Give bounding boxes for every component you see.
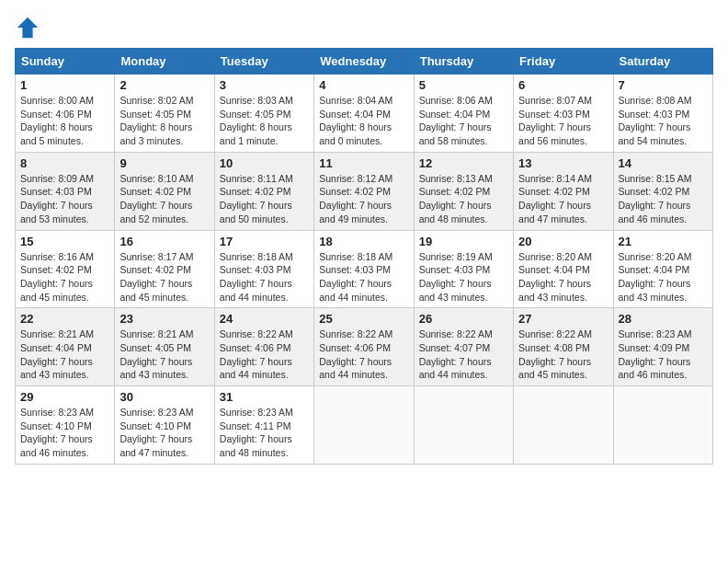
calendar-cell: 26Sunrise: 8:22 AMSunset: 4:07 PMDayligh… — [414, 308, 513, 386]
day-info: Sunrise: 8:20 AMSunset: 4:04 PMDaylight:… — [619, 250, 708, 304]
calendar-cell: 18Sunrise: 8:18 AMSunset: 4:03 PMDayligh… — [314, 230, 414, 308]
day-number: 13 — [518, 156, 608, 170]
day-info: Sunrise: 8:07 AMSunset: 4:03 PMDaylight:… — [518, 94, 608, 148]
calendar-cell: 25Sunrise: 8:22 AMSunset: 4:06 PMDayligh… — [314, 308, 414, 386]
day-number: 4 — [319, 78, 408, 92]
week-row-3: 15Sunrise: 8:16 AMSunset: 4:02 PMDayligh… — [16, 230, 713, 308]
day-info: Sunrise: 8:20 AMSunset: 4:04 PMDaylight:… — [518, 250, 608, 304]
calendar-cell: 10Sunrise: 8:11 AMSunset: 4:02 PMDayligh… — [214, 152, 313, 230]
calendar-cell: 9Sunrise: 8:10 AMSunset: 4:02 PMDaylight… — [115, 152, 214, 230]
day-number: 18 — [319, 235, 408, 248]
day-number: 1 — [20, 78, 109, 92]
day-number: 11 — [319, 156, 408, 170]
day-number: 23 — [119, 312, 209, 326]
day-info: Sunrise: 8:06 AMSunset: 4:04 PMDaylight:… — [419, 94, 508, 148]
logo-icon — [15, 15, 40, 40]
day-info: Sunrise: 8:15 AMSunset: 4:02 PMDaylight:… — [619, 172, 708, 226]
day-number: 27 — [518, 312, 608, 326]
calendar-cell: 13Sunrise: 8:14 AMSunset: 4:02 PMDayligh… — [514, 152, 613, 230]
day-number: 14 — [619, 156, 708, 170]
calendar-cell: 8Sunrise: 8:09 AMSunset: 4:03 PMDaylight… — [16, 152, 115, 230]
calendar-cell: 2Sunrise: 8:02 AMSunset: 4:05 PMDaylight… — [115, 75, 214, 153]
day-info: Sunrise: 8:03 AMSunset: 4:05 PMDaylight:… — [220, 94, 309, 148]
calendar-cell: 11Sunrise: 8:12 AMSunset: 4:02 PMDayligh… — [314, 152, 414, 230]
day-info: Sunrise: 8:23 AMSunset: 4:09 PMDaylight:… — [619, 327, 708, 382]
logo — [15, 15, 44, 40]
day-info: Sunrise: 8:09 AMSunset: 4:03 PMDaylight:… — [20, 172, 109, 226]
day-number: 21 — [619, 235, 708, 248]
calendar-cell: 16Sunrise: 8:17 AMSunset: 4:02 PMDayligh… — [115, 230, 214, 308]
weekday-header-monday: Monday — [115, 49, 214, 75]
day-number: 31 — [220, 390, 309, 404]
day-info: Sunrise: 8:22 AMSunset: 4:08 PMDaylight:… — [518, 327, 608, 382]
calendar-table: SundayMondayTuesdayWednesdayThursdayFrid… — [15, 48, 713, 465]
day-info: Sunrise: 8:21 AMSunset: 4:04 PMDaylight:… — [20, 327, 109, 382]
week-row-4: 22Sunrise: 8:21 AMSunset: 4:04 PMDayligh… — [16, 308, 713, 386]
calendar-cell: 29Sunrise: 8:23 AMSunset: 4:10 PMDayligh… — [16, 386, 115, 465]
weekday-header-tuesday: Tuesday — [214, 49, 313, 75]
day-number: 7 — [619, 78, 708, 92]
weekday-header-row: SundayMondayTuesdayWednesdayThursdayFrid… — [16, 49, 713, 75]
day-info: Sunrise: 8:13 AMSunset: 4:02 PMDaylight:… — [419, 172, 508, 226]
calendar-cell — [414, 386, 513, 465]
calendar-cell: 12Sunrise: 8:13 AMSunset: 4:02 PMDayligh… — [414, 152, 513, 230]
day-info: Sunrise: 8:22 AMSunset: 4:07 PMDaylight:… — [419, 327, 508, 382]
svg-marker-0 — [17, 17, 38, 38]
day-number: 29 — [20, 390, 109, 404]
weekday-header-wednesday: Wednesday — [314, 49, 414, 75]
calendar-cell: 27Sunrise: 8:22 AMSunset: 4:08 PMDayligh… — [514, 308, 613, 386]
calendar-cell: 23Sunrise: 8:21 AMSunset: 4:05 PMDayligh… — [115, 308, 214, 386]
day-number: 22 — [20, 312, 109, 326]
day-info: Sunrise: 8:17 AMSunset: 4:02 PMDaylight:… — [119, 250, 209, 304]
day-number: 12 — [419, 156, 508, 170]
weekday-header-sunday: Sunday — [16, 49, 115, 75]
day-number: 10 — [220, 156, 309, 170]
weekday-header-thursday: Thursday — [414, 49, 513, 75]
calendar-cell: 3Sunrise: 8:03 AMSunset: 4:05 PMDaylight… — [214, 75, 313, 153]
day-info: Sunrise: 8:04 AMSunset: 4:04 PMDaylight:… — [319, 94, 408, 148]
day-number: 3 — [220, 78, 309, 92]
day-number: 17 — [220, 235, 309, 248]
day-info: Sunrise: 8:12 AMSunset: 4:02 PMDaylight:… — [319, 172, 408, 226]
day-number: 24 — [220, 312, 309, 326]
calendar-cell: 17Sunrise: 8:18 AMSunset: 4:03 PMDayligh… — [214, 230, 313, 308]
day-info: Sunrise: 8:10 AMSunset: 4:02 PMDaylight:… — [119, 172, 209, 226]
calendar-cell — [514, 386, 613, 465]
week-row-2: 8Sunrise: 8:09 AMSunset: 4:03 PMDaylight… — [16, 152, 713, 230]
day-number: 9 — [119, 156, 209, 170]
day-number: 16 — [119, 235, 209, 248]
day-info: Sunrise: 8:16 AMSunset: 4:02 PMDaylight:… — [20, 250, 109, 304]
calendar-cell: 5Sunrise: 8:06 AMSunset: 4:04 PMDaylight… — [414, 75, 513, 153]
day-info: Sunrise: 8:02 AMSunset: 4:05 PMDaylight:… — [119, 94, 209, 148]
calendar-cell: 28Sunrise: 8:23 AMSunset: 4:09 PMDayligh… — [613, 308, 712, 386]
calendar-cell: 7Sunrise: 8:08 AMSunset: 4:03 PMDaylight… — [613, 75, 712, 153]
day-info: Sunrise: 8:00 AMSunset: 4:06 PMDaylight:… — [20, 94, 109, 148]
day-info: Sunrise: 8:18 AMSunset: 4:03 PMDaylight:… — [220, 250, 309, 304]
day-number: 26 — [419, 312, 508, 326]
calendar-cell — [314, 386, 414, 465]
weekday-header-friday: Friday — [514, 49, 613, 75]
calendar-cell: 15Sunrise: 8:16 AMSunset: 4:02 PMDayligh… — [16, 230, 115, 308]
day-number: 25 — [319, 312, 408, 326]
calendar-cell: 30Sunrise: 8:23 AMSunset: 4:10 PMDayligh… — [115, 386, 214, 465]
page-header — [15, 15, 713, 40]
calendar-cell: 6Sunrise: 8:07 AMSunset: 4:03 PMDaylight… — [514, 75, 613, 153]
day-number: 2 — [119, 78, 209, 92]
day-info: Sunrise: 8:11 AMSunset: 4:02 PMDaylight:… — [220, 172, 309, 226]
day-number: 28 — [619, 312, 708, 326]
day-info: Sunrise: 8:14 AMSunset: 4:02 PMDaylight:… — [518, 172, 608, 226]
week-row-1: 1Sunrise: 8:00 AMSunset: 4:06 PMDaylight… — [16, 75, 713, 153]
calendar-cell: 31Sunrise: 8:23 AMSunset: 4:11 PMDayligh… — [214, 386, 313, 465]
calendar-cell: 14Sunrise: 8:15 AMSunset: 4:02 PMDayligh… — [613, 152, 712, 230]
day-number: 15 — [20, 235, 109, 248]
day-number: 30 — [119, 390, 209, 404]
calendar-cell: 22Sunrise: 8:21 AMSunset: 4:04 PMDayligh… — [16, 308, 115, 386]
calendar-cell — [613, 386, 712, 465]
day-number: 6 — [518, 78, 608, 92]
day-info: Sunrise: 8:19 AMSunset: 4:03 PMDaylight:… — [419, 250, 508, 304]
day-info: Sunrise: 8:08 AMSunset: 4:03 PMDaylight:… — [619, 94, 708, 148]
day-info: Sunrise: 8:23 AMSunset: 4:10 PMDaylight:… — [20, 406, 109, 460]
day-info: Sunrise: 8:23 AMSunset: 4:10 PMDaylight:… — [119, 406, 209, 460]
week-row-5: 29Sunrise: 8:23 AMSunset: 4:10 PMDayligh… — [16, 386, 713, 465]
day-info: Sunrise: 8:21 AMSunset: 4:05 PMDaylight:… — [119, 327, 209, 382]
